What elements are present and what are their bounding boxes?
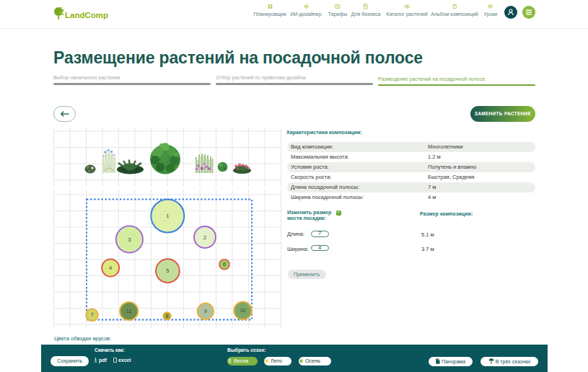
- svg-text:7: 7: [90, 311, 93, 318]
- svg-text:6: 6: [223, 261, 226, 267]
- svg-text:8: 8: [165, 313, 168, 319]
- svg-text:LandComp: LandComp: [65, 11, 108, 19]
- svg-text:2: 2: [203, 234, 206, 241]
- svg-text:1: 1: [166, 213, 169, 219]
- svg-text:3: 3: [128, 236, 131, 243]
- svg-text:9: 9: [204, 308, 207, 314]
- svg-text:4: 4: [109, 265, 112, 271]
- svg-text:5: 5: [166, 267, 169, 274]
- svg-text:11: 11: [126, 308, 132, 314]
- svg-text:10: 10: [240, 307, 245, 314]
